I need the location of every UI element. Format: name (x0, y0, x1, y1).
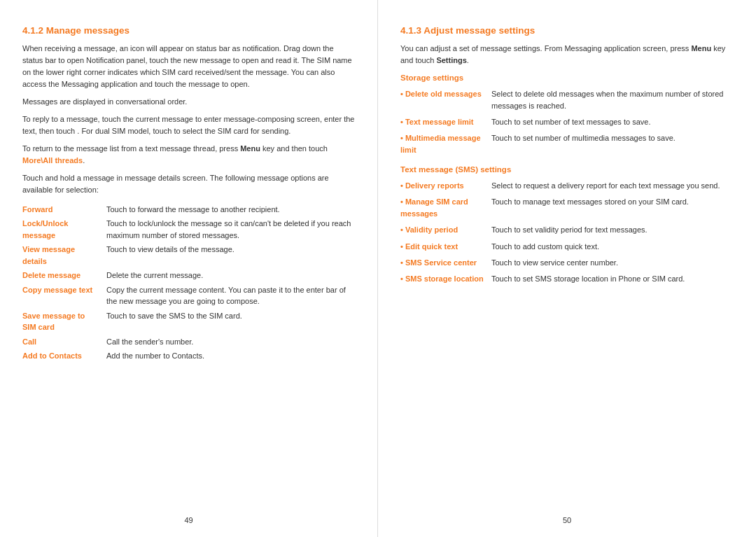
bullet-label: Validity period (400, 222, 491, 238)
storage-items-table: Delete old messages Select to delete old… (400, 86, 734, 158)
sms-settings-title: Text message (SMS) settings (400, 165, 734, 174)
left-intro-3: To reply to a message, touch the current… (22, 113, 355, 137)
left-entry-row: Lock/Unlock message Touch to lock/unlock… (22, 216, 355, 242)
entry-desc: Touch to forward the message to another … (106, 202, 355, 217)
entry-label: Copy message text (22, 283, 106, 309)
bullet-label: Multimedia message limit (400, 130, 491, 158)
left-intro-1: When receiving a message, an icon will a… (22, 43, 355, 90)
sms-item-row: SMS storage location Touch to set SMS st… (400, 271, 734, 287)
entry-desc: Touch to view details of the message. (106, 242, 355, 268)
sms-item-row: Delivery reports Select to request a del… (400, 178, 734, 194)
bullet-desc: Touch to add custom quick text. (491, 239, 734, 255)
left-entry-row: Save message to SIM card Touch to save t… (22, 309, 355, 335)
entry-desc: Touch to lock/unlock the message so it c… (106, 216, 355, 242)
right-intro-1: You can adjust a set of message settings… (400, 43, 734, 67)
entry-label: Delete message (22, 268, 106, 283)
entry-label: Call (22, 335, 106, 349)
bullet-desc: Touch to set validity period for text me… (491, 222, 734, 238)
bullet-desc: Touch to view service center number. (491, 255, 734, 271)
bullet-label: SMS storage location (400, 271, 491, 287)
entry-desc: Touch to save the SMS to the SIM card. (106, 309, 355, 335)
left-entry-row: Delete message Delete the current messag… (22, 268, 355, 283)
storage-item-row: Delete old messages Select to delete old… (400, 86, 734, 114)
bullet-desc: Select to delete old messages when the m… (491, 86, 734, 114)
entry-desc: Call the sender's number. (106, 335, 355, 349)
entry-desc: Add the number to Contacts. (106, 349, 355, 363)
left-entry-row: Forward Touch to forward the message to … (22, 202, 355, 217)
left-page-number: 49 (184, 516, 192, 524)
entry-label: Forward (22, 202, 106, 217)
right-page: 4.1.3 Adjust message settings You can ad… (378, 0, 756, 537)
bullet-label: Edit quick text (400, 239, 491, 255)
bullet-desc: Select to request a delivery report for … (491, 178, 734, 194)
entry-desc: Delete the current message. (106, 268, 355, 283)
bullet-label: Text message limit (400, 114, 491, 130)
right-section-title: 4.1.3 Adjust message settings (400, 25, 734, 36)
left-entry-row: Call Call the sender's number. (22, 335, 355, 349)
left-intro-2: Messages are displayed in conversational… (22, 96, 355, 108)
sms-item-row: Manage SIM card messages Touch to manage… (400, 194, 734, 222)
sms-items-table: Delivery reports Select to request a del… (400, 178, 734, 286)
bullet-desc: Touch to set number of text messages to … (491, 114, 734, 130)
sms-item-row: Validity period Touch to set validity pe… (400, 222, 734, 238)
bullet-label: SMS Service center (400, 255, 491, 271)
left-page: 4.1.2 Manage messages When receiving a m… (0, 0, 378, 537)
bullet-desc: Touch to set number of multimedia messag… (491, 130, 734, 158)
bullet-label: Manage SIM card messages (400, 194, 491, 222)
left-entries-table: Forward Touch to forward the message to … (22, 202, 355, 363)
left-entry-row: Add to Contacts Add the number to Contac… (22, 349, 355, 363)
storage-settings-title: Storage settings (400, 74, 734, 82)
sms-item-row: Edit quick text Touch to add custom quic… (400, 239, 734, 255)
entry-label: View message details (22, 242, 106, 268)
bullet-desc: Touch to manage text messages stored on … (491, 194, 734, 222)
entry-label: Save message to SIM card (22, 309, 106, 335)
storage-item-row: Text message limit Touch to set number o… (400, 114, 734, 130)
left-entry-row: View message details Touch to view detai… (22, 242, 355, 268)
entry-label: Lock/Unlock message (22, 216, 106, 242)
left-intro-5: Touch and hold a message in message deta… (22, 172, 355, 196)
storage-item-row: Multimedia message limit Touch to set nu… (400, 130, 734, 158)
left-entry-row: Copy message text Copy the current messa… (22, 283, 355, 309)
bullet-label: Delete old messages (400, 86, 491, 114)
entry-label: Add to Contacts (22, 349, 106, 363)
left-section-title: 4.1.2 Manage messages (22, 25, 355, 36)
entry-desc: Copy the current message content. You ca… (106, 283, 355, 309)
sms-item-row: SMS Service center Touch to view service… (400, 255, 734, 271)
left-intro-4: To return to the message list from a tex… (22, 143, 355, 167)
right-page-number: 50 (563, 516, 571, 524)
bullet-desc: Touch to set SMS storage location in Pho… (491, 271, 734, 287)
bullet-label: Delivery reports (400, 178, 491, 194)
